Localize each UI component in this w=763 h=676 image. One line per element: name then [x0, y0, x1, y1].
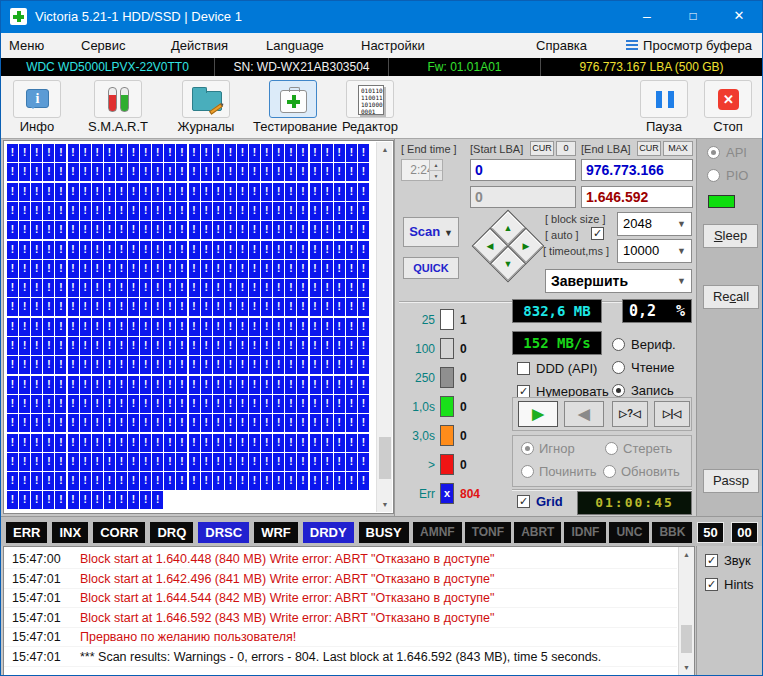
toolbar-button-test[interactable]: Тестирование	[253, 80, 333, 134]
test-block: !	[213, 260, 224, 278]
test-block: !	[31, 491, 42, 509]
status-badge-busy: BUSY	[359, 522, 409, 543]
log-panel: ▲ ▼ 15:47:00Block start at 1.640.448 (84…	[3, 546, 695, 676]
end-lba-cur-button[interactable]: CUR	[637, 141, 661, 156]
scan-button[interactable]: Scan ▼	[403, 217, 459, 247]
hints-label[interactable]: Hints	[724, 577, 754, 592]
scroll-thumb[interactable]	[379, 437, 391, 479]
sound-checkbox[interactable]: ✓	[705, 554, 718, 567]
test-block: !	[213, 414, 224, 432]
test-block: !	[92, 491, 103, 509]
menu-item[interactable]: Действия	[171, 33, 228, 58]
auto-checkbox[interactable]: ✓	[591, 227, 604, 240]
spinner-up-icon[interactable]: ▲	[429, 160, 442, 170]
test-block: !	[225, 260, 236, 278]
quick-button[interactable]: QUICK	[403, 257, 459, 279]
transport-scan-end-button[interactable]: ▷|◁	[654, 401, 690, 427]
test-block: !	[31, 279, 42, 297]
test-block: !	[43, 144, 54, 162]
scroll-up-icon[interactable]: ▲	[377, 142, 393, 157]
stop-button[interactable]: ✕ Стоп	[703, 80, 753, 134]
toolbar-button-editor[interactable]: 0101101100111010000001Редактор	[339, 80, 401, 134]
test-block: !	[176, 163, 187, 181]
start-lba-zero-button[interactable]: 0	[556, 141, 576, 156]
test-block: !	[297, 414, 308, 432]
end-lba-input[interactable]: 976.773.166	[581, 159, 693, 181]
status-register-bar: ERRINXCORRDRQDRSCWRFDRDYBUSY AMNFTONFABR…	[1, 516, 762, 546]
pause-button[interactable]: Пауза	[639, 80, 689, 134]
write-radio-label[interactable]: Запись	[631, 383, 674, 398]
device-info-bar: WDC WD5000LPVX-22V0TT0 SN: WD-WX21AB3035…	[1, 58, 762, 76]
menu-item[interactable]: Language	[266, 33, 324, 58]
write-radio[interactable]	[612, 384, 625, 397]
sound-label[interactable]: Звук	[724, 553, 751, 568]
recall-button[interactable]: Recall	[703, 285, 759, 309]
log-scrollbar[interactable]: ▲ ▼	[678, 547, 694, 675]
timeout-select[interactable]: 10000▼	[617, 239, 692, 263]
close-button[interactable]: ✕	[716, 1, 762, 33]
test-block: !	[310, 144, 321, 162]
test-block: !	[140, 395, 151, 413]
test-block: !	[358, 395, 369, 413]
timeout-label: [ timeout,ms ]	[543, 245, 609, 257]
scroll-down-icon[interactable]: ▼	[377, 497, 393, 512]
menu-item[interactable]: Справка	[536, 33, 587, 58]
test-block: !	[140, 163, 151, 181]
maximize-button[interactable]: □	[670, 1, 716, 33]
block-size-select[interactable]: 2048▼	[617, 212, 692, 236]
block-map-scrollbar[interactable]: ▲ ▼	[376, 142, 392, 512]
toolbar-button-info[interactable]: Инфо	[9, 80, 65, 134]
transport-back-button[interactable]: ◀	[564, 401, 604, 427]
read-radio-label[interactable]: Чтение	[631, 360, 674, 375]
test-block: !	[189, 163, 200, 181]
test-block: !	[152, 241, 163, 259]
test-block: !	[92, 221, 103, 239]
ddd-api-label[interactable]: DDD (API)	[536, 361, 597, 376]
read-radio[interactable]	[612, 361, 625, 374]
menu-item[interactable]: Сервис	[81, 33, 126, 58]
grid-label[interactable]: Grid	[536, 494, 563, 509]
minimize-button[interactable]: –	[624, 1, 670, 33]
start-lba-input[interactable]: 0	[470, 159, 576, 181]
spinner-down-icon[interactable]: ▼	[429, 170, 442, 180]
test-block: !	[273, 414, 284, 432]
test-block: !	[43, 414, 54, 432]
device-capacity: 976.773.167 LBA (500 GB)	[540, 58, 762, 76]
end-lba-max-button[interactable]: MAX	[663, 141, 693, 156]
toolbar-button-smart[interactable]: S.M.A.R.T	[85, 80, 151, 134]
on-end-action-select[interactable]: Завершить▼	[545, 269, 692, 293]
last-block-input[interactable]: 1.646.592	[581, 186, 693, 208]
toolbar-button-logs[interactable]: Журналы	[173, 80, 239, 134]
hints-checkbox[interactable]: ✓	[705, 578, 718, 591]
transport-play-button[interactable]: ▶	[518, 401, 558, 427]
verify-radio[interactable]	[612, 338, 625, 351]
test-block: !	[334, 356, 345, 374]
test-block: !	[285, 260, 296, 278]
list-icon	[626, 40, 638, 50]
stop-label: Стоп	[703, 119, 753, 134]
buffer-view-button[interactable]: Просмотр буфера	[626, 33, 752, 58]
test-block: !	[310, 453, 321, 471]
transport-scan-question-button[interactable]: ▷?◁	[612, 401, 648, 427]
status-badge-drq: DRQ	[150, 522, 193, 543]
start-lba-cur-button[interactable]: CUR	[530, 141, 554, 156]
processed-lcd: 832,6 MB	[512, 299, 602, 323]
menu-item[interactable]: Настройки	[361, 33, 425, 58]
grid-checkbox[interactable]: ✓	[517, 495, 530, 508]
end-time-spinner[interactable]: 2:24 ▲ ▼	[401, 159, 443, 181]
test-block: !	[261, 356, 272, 374]
test-block: !	[55, 337, 66, 355]
test-block: !	[43, 376, 54, 394]
scroll-down-icon[interactable]: ▼	[679, 660, 694, 675]
test-block: !	[225, 241, 236, 259]
verify-radio-label[interactable]: Вериф.	[631, 337, 676, 352]
sleep-button[interactable]: Sleep	[703, 224, 758, 248]
scroll-up-icon[interactable]: ▲	[679, 547, 694, 562]
ddd-api-checkbox[interactable]	[517, 362, 530, 375]
menu-item[interactable]: Меню	[9, 33, 44, 58]
test-block: !	[7, 183, 18, 201]
test-block: !	[68, 241, 79, 259]
passp-button[interactable]: Passp	[703, 469, 759, 493]
scroll-thumb[interactable]	[681, 625, 692, 653]
test-block: !	[140, 453, 151, 471]
